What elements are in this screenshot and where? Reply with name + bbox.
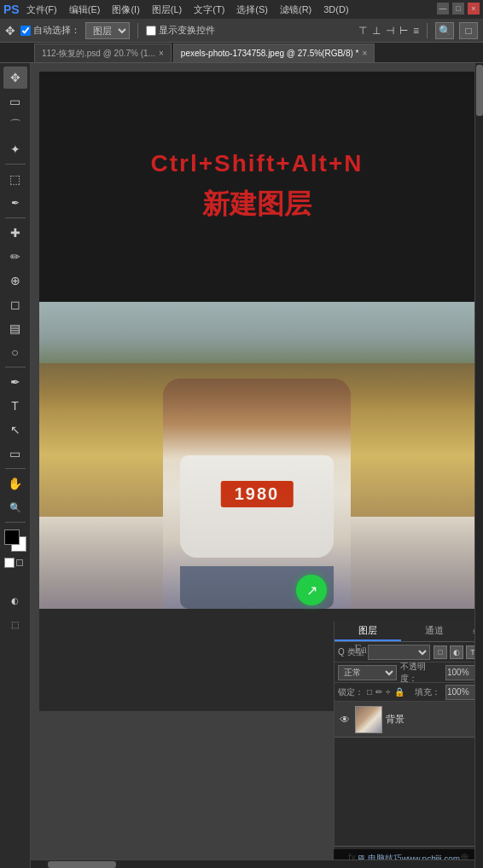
tool-sep4 bbox=[5, 468, 26, 469]
transform-controls-checkbox[interactable] bbox=[146, 26, 156, 36]
scroll-thumb-h[interactable] bbox=[48, 861, 116, 868]
menu-layer[interactable]: 图层(L) bbox=[147, 2, 187, 18]
workspace-icon[interactable]: □ bbox=[459, 22, 478, 39]
menu-file[interactable]: 文件(F) bbox=[21, 2, 62, 18]
filter-adjust-icon[interactable]: ◐ bbox=[450, 645, 463, 659]
toolbar: ✥ ▭ ⌒ ✦ ⬚ ✒ ✚ ✏ ⊕ ◻ ▤ ○ ✒ T ↖ ▭ ✋ 🔍 ◐ ⬚ bbox=[0, 63, 31, 868]
menu-edit[interactable]: 编辑(E) bbox=[64, 2, 106, 18]
align-top-icon[interactable]: ⊤ bbox=[358, 25, 367, 37]
type-tool[interactable]: T bbox=[3, 395, 27, 417]
layer-type-dropdown[interactable]: 图层 组 bbox=[85, 22, 130, 39]
crop-tool[interactable]: ⬚ bbox=[3, 168, 27, 190]
options-separator bbox=[137, 23, 138, 38]
path-select-tool[interactable]: ↖ bbox=[3, 419, 27, 441]
zoom-tool[interactable]: 🔍 bbox=[3, 496, 27, 518]
maximize-button[interactable]: □ bbox=[452, 3, 464, 14]
blend-row: 正常 不透明度： bbox=[335, 663, 483, 683]
align-right-icon[interactable]: ⊢ bbox=[399, 25, 408, 37]
tab-psd-close[interactable]: × bbox=[159, 49, 164, 58]
menu-filter[interactable]: 滤镜(R) bbox=[275, 2, 317, 18]
tab-jpeg[interactable]: pexels-photo-1734758.jpeg @ 27.5%(RGB/8)… bbox=[173, 43, 375, 62]
shape-tool[interactable]: ▭ bbox=[3, 443, 27, 465]
scroll-thumb-v[interactable] bbox=[476, 65, 483, 116]
main-layout: ✥ ▭ ⌒ ✦ ⬚ ✒ ✚ ✏ ⊕ ◻ ▤ ○ ✒ T ↖ ▭ ✋ 🔍 ◐ ⬚ bbox=[0, 63, 483, 868]
default-colors-icon[interactable] bbox=[16, 559, 23, 566]
healing-brush-tool[interactable]: ✚ bbox=[3, 222, 27, 244]
menu-text[interactable]: 文字(T) bbox=[189, 2, 230, 18]
shortcut-desc: 新建图层 bbox=[202, 186, 311, 223]
auto-select-checkbox[interactable] bbox=[20, 26, 31, 36]
align-left-icon[interactable]: ⊣ bbox=[386, 25, 394, 37]
lasso-tool[interactable]: ⌒ bbox=[3, 114, 27, 136]
menu-image[interactable]: 图像(I) bbox=[107, 2, 144, 18]
app-icon: PS bbox=[3, 3, 20, 16]
filter-icons: □ ◐ T bbox=[434, 645, 480, 659]
menu-select[interactable]: 选择(S) bbox=[231, 2, 273, 18]
search-icon[interactable]: 🔍 bbox=[435, 22, 454, 39]
photo-area: 1980 bbox=[39, 302, 474, 609]
opacity-label: 不透明度： bbox=[400, 661, 442, 685]
eraser-tool[interactable]: ◻ bbox=[3, 293, 27, 315]
tab-layers[interactable]: 图层 bbox=[335, 621, 401, 641]
tool-sep5 bbox=[5, 522, 26, 523]
hand-tool[interactable]: ✋ bbox=[3, 472, 27, 495]
options-bar: ✥ 自动选择： 图层 组 显示变换控件 ⊤ ⊥ ⊣ ⊢ ≡ 🔍 □ bbox=[0, 19, 483, 43]
distribute-icon[interactable]: ≡ bbox=[413, 25, 419, 37]
quick-mask-tool[interactable]: ◐ bbox=[3, 589, 27, 611]
move-tool-icon[interactable]: ✥ bbox=[5, 24, 15, 38]
dark-top-area: Ctrl+Shift+Alt+N 新建图层 bbox=[39, 72, 474, 302]
layer-name-background: 背景 bbox=[386, 713, 480, 726]
dodge-tool[interactable]: ○ bbox=[3, 341, 27, 363]
magic-wand-tool[interactable]: ✦ bbox=[3, 138, 27, 160]
menu-3d[interactable]: 3D(D) bbox=[318, 3, 353, 16]
auto-select-label: 自动选择： bbox=[33, 24, 80, 37]
shortcut-text: Ctrl+Shift+Alt+N bbox=[150, 150, 363, 177]
cursor-circle: ↗ bbox=[296, 575, 327, 605]
options-right-group: ⊤ ⊥ ⊣ ⊢ ≡ 🔍 □ bbox=[358, 22, 478, 39]
photo-overlay bbox=[39, 302, 474, 609]
brush-tool[interactable]: ✏ bbox=[3, 246, 27, 268]
screen-mode-tool[interactable]: ⬚ bbox=[3, 613, 27, 635]
auto-select-group: 自动选择： bbox=[20, 24, 80, 37]
transform-controls-group: 显示变换控件 bbox=[146, 24, 215, 37]
foreground-color[interactable] bbox=[4, 529, 20, 545]
tab-psd[interactable]: 112-恢复的.psd @ 20.7% (1... × bbox=[34, 43, 172, 62]
layer-item-background[interactable]: 👁 背景 bbox=[335, 702, 483, 738]
clone-stamp-tool[interactable]: ⊕ bbox=[3, 269, 27, 292]
align-middle-icon[interactable]: ⊥ bbox=[372, 25, 381, 37]
lock-paint-icon[interactable]: ✏ bbox=[375, 687, 382, 697]
marquee-tool[interactable]: ▭ bbox=[3, 90, 27, 113]
ea-label: Ea bbox=[354, 643, 367, 657]
blend-mode-dropdown[interactable]: 正常 bbox=[338, 665, 397, 680]
lock-move-icon[interactable]: ÷ bbox=[386, 687, 391, 697]
tab-jpeg-close[interactable]: × bbox=[362, 49, 367, 58]
lock-icons: □ ✏ ÷ 🔒 bbox=[367, 687, 404, 697]
swap-colors-icon[interactable] bbox=[4, 558, 15, 568]
lock-all-icon[interactable]: 🔒 bbox=[394, 687, 404, 697]
gradient-tool[interactable]: ▤ bbox=[3, 317, 27, 339]
move-tool[interactable]: ✥ bbox=[3, 67, 27, 89]
tab-channels[interactable]: 通道 bbox=[401, 621, 468, 641]
scrollbar-vertical[interactable] bbox=[474, 63, 483, 868]
transform-controls-label: 显示变换控件 bbox=[159, 24, 215, 37]
filter-pixel-icon[interactable]: □ bbox=[434, 645, 447, 659]
close-button[interactable]: × bbox=[468, 3, 480, 14]
tool-sep3 bbox=[5, 367, 26, 367]
lock-transparent-icon[interactable]: □ bbox=[367, 687, 372, 697]
minimize-button[interactable]: — bbox=[437, 3, 449, 14]
pen-tool[interactable]: ✒ bbox=[3, 371, 27, 393]
layer-visibility-icon[interactable]: 👁 bbox=[338, 713, 352, 726]
menubar: PS 文件(F) 编辑(E) 图像(I) 图层(L) 文字(T) 选择(S) 滤… bbox=[0, 0, 483, 19]
scrollbar-horizontal[interactable] bbox=[31, 859, 474, 868]
layer-list: 👁 背景 bbox=[335, 702, 483, 846]
fill-label: 填充： bbox=[415, 686, 440, 698]
tool-sep1 bbox=[5, 164, 26, 165]
window-controls: — □ × bbox=[437, 3, 480, 14]
eyedropper-tool[interactable]: ✒ bbox=[3, 192, 27, 214]
filter-dropdown[interactable] bbox=[368, 645, 430, 660]
tab-psd-label: 112-恢复的.psd @ 20.7% (1... bbox=[42, 48, 155, 60]
color-swatches bbox=[4, 529, 26, 552]
photo-background: 1980 bbox=[39, 302, 474, 609]
tool-sep2 bbox=[5, 217, 26, 218]
layers-panel: 图层 通道 ≡ Q 类型 □ ◐ T 正常 不透明度： 锁定： bbox=[334, 621, 483, 868]
